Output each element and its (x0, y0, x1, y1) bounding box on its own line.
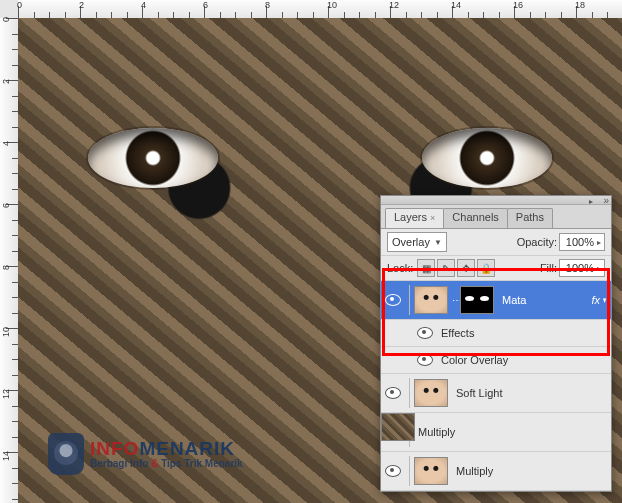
panel-drag-bar[interactable]: ▸ » (381, 196, 611, 205)
watermark-sub-b: Tips Trik Menarik (158, 458, 242, 469)
fx-expand-icon[interactable]: ▾ (603, 295, 607, 305)
layer-name[interactable]: Multiply (456, 465, 607, 477)
eye-icon (385, 465, 401, 477)
lock-all-button[interactable]: 🔒 (477, 259, 495, 277)
lock-transparency-button[interactable]: ▦ (417, 259, 435, 277)
blend-row: Overlay ▼ Opacity: 100%▸ (381, 229, 611, 256)
tab-channels[interactable]: Channels (443, 208, 507, 228)
eye-icon (417, 354, 433, 366)
layer-name[interactable]: Multiply (418, 426, 607, 438)
layer-effects-header[interactable]: Effects (381, 320, 611, 347)
lock-label: Lock: (387, 262, 413, 274)
lock-position-button[interactable]: ✥ (457, 259, 475, 277)
layer-soft-light[interactable]: Soft Light (381, 374, 611, 413)
layer-mask-thumbnail[interactable] (460, 286, 494, 314)
lock-pixels-button[interactable]: ✎ (437, 259, 455, 277)
watermark-sub-a: Berbagi Info (90, 458, 151, 469)
visibility-toggle[interactable] (385, 385, 401, 401)
layer-effect-color-overlay[interactable]: Color Overlay (381, 347, 611, 374)
layer-name[interactable]: Mata (502, 294, 591, 306)
panel-collapse-icon[interactable]: » (603, 195, 609, 206)
eye-icon (385, 387, 401, 399)
fill-label: Fill: (540, 262, 557, 274)
fill-arrow-icon: ▸ (597, 264, 601, 273)
layer-thumbnail[interactable] (414, 457, 448, 485)
tab-close-icon[interactable]: × (430, 213, 435, 223)
watermark-title-2: MENARIK (139, 438, 235, 459)
layer-multiply-2[interactable]: Multiply (381, 452, 611, 491)
dropdown-arrow-icon: ▼ (434, 238, 442, 247)
watermark: INFOMENARIK Berbagi Info & Tips Trik Men… (48, 433, 243, 475)
layer-thumbnail[interactable] (381, 413, 415, 441)
layer-thumbnail[interactable] (414, 286, 448, 314)
layer-mata[interactable]: ⋯ Mata fx ▾ (381, 281, 611, 320)
eye-icon (385, 294, 401, 306)
visibility-toggle[interactable] (417, 352, 433, 368)
effect-name[interactable]: Color Overlay (441, 354, 607, 366)
ruler-horizontal[interactable]: 024681012141618 (18, 0, 622, 19)
visibility-toggle[interactable] (385, 463, 401, 479)
fill-input[interactable]: 100%▸ (559, 259, 605, 277)
eye-right (422, 128, 552, 188)
tab-paths[interactable]: Paths (507, 208, 553, 228)
watermark-badge-icon (48, 433, 84, 475)
ruler-vertical[interactable]: 02468101214 (0, 18, 19, 503)
watermark-title-1: INFO (90, 438, 139, 459)
layer-multiply-1[interactable]: Multiply (381, 413, 611, 452)
blend-mode-select[interactable]: Overlay ▼ (387, 232, 447, 252)
eye-icon (417, 327, 433, 339)
mask-link-icon[interactable]: ⋯ (452, 295, 460, 306)
layers-list: ⋯ Mata fx ▾ Effects Color Overlay Soft L… (381, 281, 611, 491)
tab-layers[interactable]: Layers × (385, 208, 444, 228)
visibility-toggle[interactable] (417, 325, 433, 341)
layer-name[interactable]: Soft Light (456, 387, 607, 399)
opacity-arrow-icon: ▸ (597, 238, 601, 247)
effects-label: Effects (441, 327, 607, 339)
opacity-input[interactable]: 100%▸ (559, 233, 605, 251)
visibility-toggle[interactable] (385, 292, 401, 308)
opacity-label: Opacity: (517, 236, 557, 248)
fx-badge[interactable]: fx (591, 294, 600, 306)
panel-tabs: Layers × Channels Paths (381, 205, 611, 229)
layer-thumbnail[interactable] (414, 379, 448, 407)
eye-left (88, 128, 218, 188)
panel-menu-icon[interactable]: ▸ (589, 197, 593, 206)
lock-row: Lock: ▦ ✎ ✥ 🔒 Fill: 100%▸ (381, 256, 611, 281)
layers-panel: ▸ » Layers × Channels Paths Overlay ▼ Op… (380, 195, 612, 492)
